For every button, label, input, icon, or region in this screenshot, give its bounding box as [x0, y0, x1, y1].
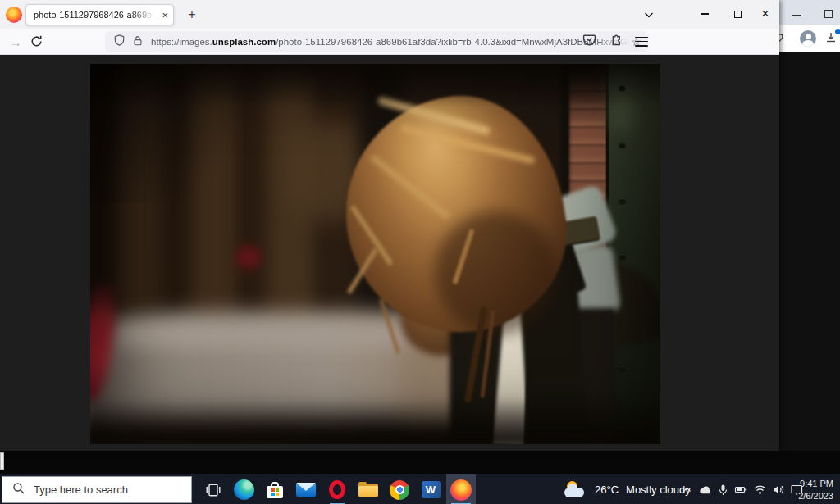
firefox-icon	[450, 479, 472, 501]
navigation-toolbar: → https://images.unsplash.com/photo-1511…	[0, 29, 779, 55]
taskbar-app-file-explorer[interactable]	[354, 474, 383, 504]
url-text: https://images.unsplash.com/photo-151129…	[151, 37, 631, 47]
new-tab-button[interactable]: +	[182, 5, 202, 25]
browser-tab[interactable]: photo-1511297968426-a869b61af3da ×	[25, 4, 174, 25]
edge-titlebar	[778, 0, 840, 25]
taskbar-app-word[interactable]: W	[416, 474, 445, 504]
taskbar-app-mail[interactable]	[291, 474, 321, 504]
weather-temp: 26°C	[595, 484, 619, 496]
tab-bar: photo-1511297968426-a869b61af3da × + ×	[0, 0, 779, 29]
page-content	[0, 56, 779, 451]
minimize-button[interactable]	[691, 0, 719, 28]
tab-close-icon[interactable]: ×	[158, 10, 168, 20]
close-button[interactable]: ×	[751, 0, 779, 28]
download-badge	[835, 29, 840, 34]
clock-time: 9:41 PM	[800, 478, 833, 490]
clock-date: 2/6/2023	[798, 490, 833, 502]
taskbar-search[interactable]	[2, 476, 192, 503]
file-explorer-icon	[358, 482, 378, 497]
reload-button[interactable]	[30, 34, 43, 52]
weather-cloudy-icon	[564, 481, 587, 499]
battery-icon[interactable]	[734, 484, 748, 496]
desktop: photo-1511297968426-a869b61af3da × + × →	[0, 0, 840, 504]
download-icon[interactable]	[824, 31, 839, 46]
profile-avatar-icon[interactable]	[800, 30, 816, 47]
taskbar-app-chrome[interactable]	[385, 474, 414, 504]
word-icon: W	[422, 481, 441, 498]
taskbar-weather[interactable]: 26°C Mostly cloudy	[564, 474, 691, 504]
edge-browser-window	[778, 0, 840, 451]
edge-icon	[234, 479, 254, 500]
background-window-sliver	[0, 452, 4, 470]
forward-button[interactable]: →	[7, 33, 25, 51]
microphone-icon[interactable]	[717, 484, 729, 497]
photo-vignette	[90, 64, 660, 444]
search-icon	[12, 482, 25, 498]
store-icon	[266, 481, 284, 499]
opera-icon	[329, 480, 345, 499]
chrome-icon	[390, 480, 409, 500]
shield-icon[interactable]	[113, 34, 126, 50]
taskbar-app-opera[interactable]	[322, 474, 352, 504]
maximize-button[interactable]	[724, 0, 751, 28]
address-bar[interactable]: https://images.unsplash.com/photo-151129…	[105, 31, 648, 52]
mail-icon	[296, 483, 316, 497]
tab-title: photo-1511297968426-a869b61af3da	[34, 10, 158, 20]
volume-icon[interactable]	[772, 484, 785, 496]
edge-maximize-button[interactable]	[824, 10, 833, 18]
taskbar-app-store[interactable]	[260, 474, 290, 504]
menu-hamburger-icon[interactable]	[635, 37, 648, 47]
search-input[interactable]	[34, 484, 173, 496]
taskbar-app-edge[interactable]	[229, 474, 258, 504]
edge-content-area	[778, 53, 840, 451]
unsplash-photo	[90, 64, 660, 444]
wifi-icon[interactable]	[753, 484, 767, 496]
edge-toolbar	[778, 25, 840, 52]
tab-list-chevron-icon[interactable]	[642, 8, 657, 21]
hidden-icons-chevron-icon[interactable]	[681, 484, 693, 496]
taskbar: W 26°C Mostly cloudy	[0, 474, 840, 504]
lock-icon[interactable]	[132, 34, 144, 50]
pocket-icon[interactable]	[582, 33, 597, 48]
task-view-button[interactable]	[199, 474, 228, 504]
taskbar-app-firefox-active[interactable]	[446, 474, 476, 504]
taskbar-clock[interactable]: 9:41 PM 2/6/2023	[786, 474, 833, 504]
firefox-logo-icon	[6, 7, 22, 23]
edge-minimize-button[interactable]	[792, 15, 801, 16]
onedrive-cloud-icon[interactable]	[698, 484, 712, 496]
extensions-puzzle-icon[interactable]	[609, 33, 623, 48]
firefox-browser-window: photo-1511297968426-a869b61af3da × + × →	[0, 0, 779, 451]
